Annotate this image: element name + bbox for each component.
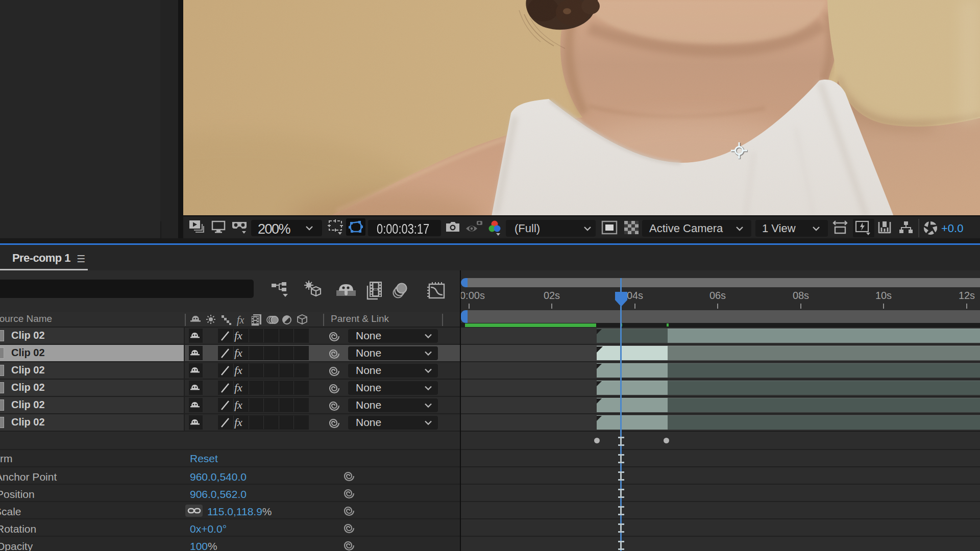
- svg-text:fx: fx: [237, 314, 244, 326]
